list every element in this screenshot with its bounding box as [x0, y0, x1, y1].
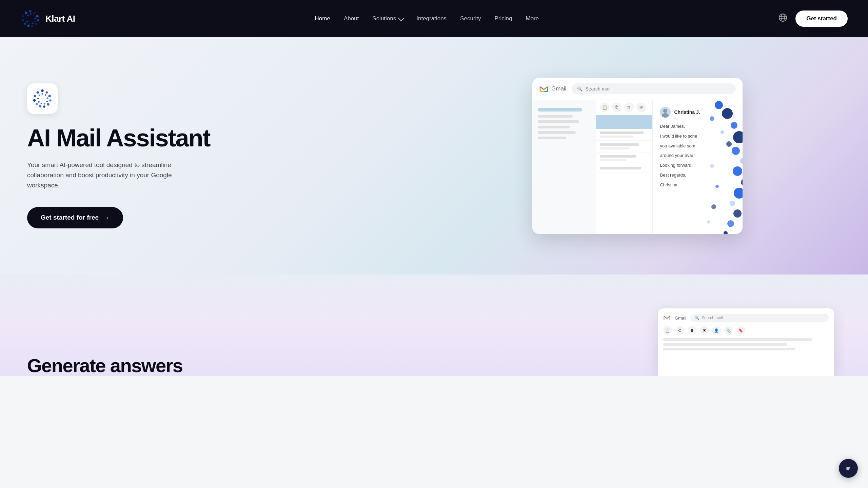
nav-home[interactable]: Home — [315, 15, 330, 22]
nav-links: Home About Solutions Integrations Securi… — [315, 15, 539, 22]
svg-point-29 — [47, 103, 49, 106]
svg-point-34 — [34, 95, 36, 97]
svg-point-40 — [44, 103, 45, 105]
svg-point-32 — [36, 103, 38, 105]
hero-left: AI Mail Assistant Your smart AI-powered … — [27, 83, 434, 228]
sender-avatar — [660, 107, 671, 118]
nav-solutions[interactable]: Solutions — [372, 15, 403, 22]
svg-point-38 — [46, 98, 48, 99]
gmail-icon-btn-7[interactable]: 🔖 — [736, 326, 745, 335]
arrow-right-icon: → — [103, 214, 110, 222]
gmail-top-bar: Gmail 🔍 Search mail — [532, 78, 743, 100]
nav-security[interactable]: Security — [460, 15, 481, 22]
sender-name: Christina J. — [674, 109, 700, 115]
svg-point-47 — [663, 109, 667, 113]
svg-point-22 — [781, 14, 785, 21]
svg-point-25 — [41, 89, 43, 92]
svg-point-33 — [33, 99, 36, 102]
nav-pricing[interactable]: Pricing — [495, 15, 512, 22]
svg-point-15 — [34, 21, 36, 22]
svg-point-41 — [41, 103, 42, 104]
globe-icon[interactable] — [778, 13, 787, 24]
gmail-action-icon[interactable]: 📋 — [600, 103, 609, 112]
hero-cta-button[interactable]: Get started for free → — [27, 207, 123, 228]
chevron-down-icon — [398, 15, 405, 21]
svg-point-11 — [29, 11, 31, 12]
svg-point-27 — [48, 95, 51, 97]
gmail-action-icon-2[interactable]: ⏱ — [612, 103, 622, 112]
svg-point-39 — [46, 101, 48, 102]
gmail-sidebar — [532, 100, 596, 234]
email-sender-row: Christina J. — [660, 107, 736, 118]
svg-point-18 — [26, 21, 28, 23]
gmail-icon-btn-6[interactable]: 📎 — [724, 326, 733, 335]
svg-point-9 — [22, 15, 24, 17]
gmail-icon-btn-5[interactable]: 👤 — [712, 326, 721, 335]
svg-point-7 — [24, 23, 26, 25]
second-gmail-search[interactable]: 🔍 Search mail — [690, 314, 829, 322]
svg-point-4 — [35, 23, 37, 25]
svg-point-43 — [37, 98, 39, 99]
svg-point-10 — [25, 12, 27, 14]
svg-point-30 — [43, 106, 45, 108]
svg-point-35 — [36, 91, 39, 94]
svg-point-1 — [34, 12, 36, 14]
second-section-title: Generate answers — [27, 355, 434, 376]
svg-point-31 — [39, 105, 41, 107]
second-section-text: Generate answers — [27, 355, 434, 376]
second-gmail-mockup: Gmail 🔍 Search mail 📋 ⏱ 🗑 ✉ 👤 📎 🔖 — [658, 308, 834, 376]
email-detail: Christina J. Dear James, I would like to… — [653, 100, 743, 234]
svg-point-42 — [38, 101, 40, 103]
svg-point-21 — [779, 14, 787, 21]
search-icon-2: 🔍 — [694, 316, 699, 320]
brand-name: Klart AI — [45, 14, 75, 24]
gmail-action-icon-4[interactable]: ✉ — [636, 103, 646, 112]
svg-point-6 — [27, 25, 30, 27]
nav-integrations[interactable]: Integrations — [416, 15, 447, 22]
svg-point-44 — [39, 95, 40, 96]
svg-point-5 — [31, 25, 33, 27]
gmail-email-list: 📋 ⏱ 🗑 ✉ — [596, 100, 653, 234]
svg-point-19 — [26, 18, 27, 19]
svg-point-13 — [33, 15, 34, 16]
gmail-search[interactable]: 🔍 Search mail — [572, 83, 736, 94]
svg-point-2 — [36, 15, 39, 18]
svg-point-20 — [27, 15, 29, 17]
svg-point-12 — [30, 14, 32, 15]
svg-point-28 — [49, 99, 51, 101]
hero-subtitle: Your smart AI-powered tool designed to s… — [27, 160, 203, 191]
gmail-label: Gmail — [551, 85, 566, 92]
svg-point-3 — [37, 19, 39, 21]
svg-point-26 — [46, 92, 48, 94]
brand-logo — [20, 8, 41, 29]
nav-about[interactable]: About — [344, 15, 359, 22]
svg-point-37 — [45, 95, 46, 96]
gmail-action-icon-3[interactable]: 🗑 — [624, 103, 634, 112]
navbar-right: Get started — [778, 11, 848, 27]
nav-more[interactable]: More — [526, 15, 539, 22]
svg-point-16 — [32, 23, 34, 24]
svg-point-17 — [29, 23, 30, 24]
gmail-icon-btn-4[interactable]: ✉ — [700, 326, 709, 335]
gmail-logo: Gmail — [539, 84, 566, 94]
hero-right: Gmail 🔍 Search mail — [434, 78, 841, 234]
svg-point-14 — [35, 18, 36, 19]
gmail-body: 📋 ⏱ 🗑 ✉ — [532, 100, 743, 234]
gmail-mockup: Gmail 🔍 Search mail — [532, 78, 743, 234]
second-section: Generate answers Gmail 🔍 Search mail 📋 ⏱… — [0, 274, 868, 376]
gmail-icon-btn-3[interactable]: 🗑 — [688, 326, 696, 335]
svg-point-8 — [22, 19, 24, 22]
email-body: Dear James, I would like to sche you ava… — [660, 123, 736, 189]
get-started-button[interactable]: Get started — [795, 11, 848, 27]
search-icon: 🔍 — [577, 86, 583, 92]
hero-section: AI Mail Assistant Your smart AI-powered … — [0, 37, 868, 274]
hero-title: AI Mail Assistant — [27, 125, 420, 151]
brand: Klart AI — [20, 8, 75, 29]
gmail-icon-btn-2[interactable]: ⏱ — [675, 326, 684, 335]
svg-point-36 — [41, 93, 43, 95]
gmail-icon-btn-1[interactable]: 📋 — [663, 326, 672, 335]
hero-logo-badge — [27, 83, 58, 114]
navbar: Klart AI Home About Solutions Integratio… — [0, 0, 868, 37]
